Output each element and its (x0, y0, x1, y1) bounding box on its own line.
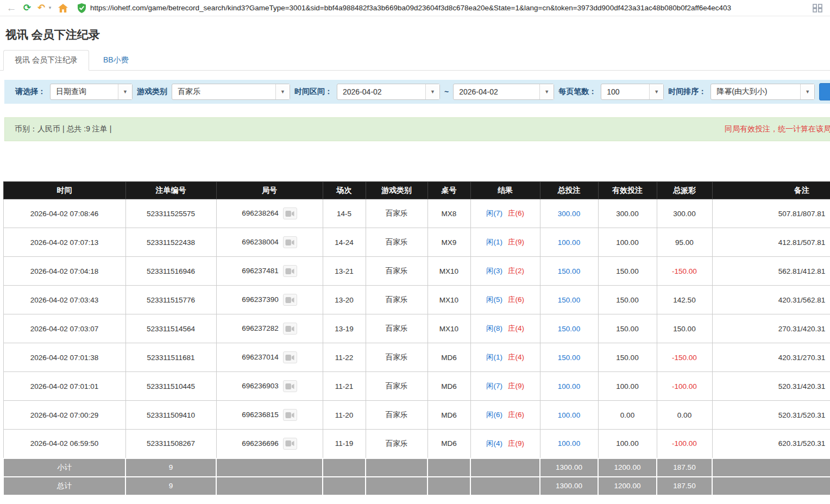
refresh-icon[interactable]: ⟳ (21, 3, 33, 12)
result-banker: 庄(6) (508, 411, 524, 419)
video-replay-icon[interactable] (283, 438, 297, 450)
video-replay-icon[interactable] (283, 207, 297, 219)
cell-payout: 95.00 (657, 228, 712, 257)
empty-cell (366, 477, 427, 495)
cell-total-bet: 300.00 (540, 199, 598, 228)
column-header: 注单编号 (125, 182, 216, 199)
result-player: 闲(1) (486, 353, 502, 361)
empty-cell (323, 458, 366, 477)
filter-bar: 请选择： 日期查询 ▼ 游戏类别 百家乐 ▼ 时间区间： 2026-04-02 … (4, 80, 830, 104)
video-replay-icon[interactable] (283, 294, 297, 306)
cell-result: 闲(6)庄(6) (470, 401, 540, 430)
tab-bb-tips[interactable]: BB小费 (89, 51, 143, 70)
empty-cell (366, 458, 427, 477)
cell-note: 620.31/520.31 (712, 430, 830, 458)
cell-result: 闲(7)庄(6) (470, 199, 540, 228)
search-button[interactable] (819, 83, 830, 100)
result-player: 闲(7) (486, 209, 502, 217)
back-icon[interactable]: ← (5, 3, 17, 13)
table-row: 2026-04-02 07:01:01523311510445696236903… (3, 372, 830, 401)
date-to-select[interactable]: 2026-04-02 ▼ (453, 84, 554, 100)
cell-payout: -100.00 (657, 430, 712, 458)
video-replay-icon[interactable] (283, 380, 297, 392)
cell-total-bet: 100.00 (540, 401, 598, 430)
game-type-select[interactable]: 百家乐 ▼ (172, 84, 290, 100)
empty-cell (323, 477, 366, 495)
round-number: 696237282 (242, 324, 279, 332)
result-player: 闲(4) (486, 439, 502, 448)
table-row: 2026-04-02 07:07:13523311522438696238004… (3, 228, 830, 257)
cell-game-type: 百家乐 (366, 372, 427, 401)
cell-game-type: 百家乐 (366, 286, 427, 314)
cell-round-id: 696238004 (216, 228, 323, 257)
cell-time: 2026-04-02 07:00:29 (3, 401, 125, 430)
table-row: 2026-04-02 06:59:50523311508267696236696… (3, 430, 830, 458)
round-number: 696237390 (242, 295, 279, 304)
cell-payout: -150.00 (657, 257, 712, 286)
cell-time: 2026-04-02 07:07:13 (3, 228, 125, 257)
cell-table-no: MD6 (427, 401, 470, 430)
total-row: 总计 9 1300.00 1200.00 187.50 (3, 477, 830, 495)
subtotal-total-bet: 1300.00 (540, 458, 598, 477)
cell-valid-bet: 150.00 (598, 343, 657, 372)
video-replay-icon[interactable] (283, 265, 297, 277)
cell-table-no: MX10 (427, 257, 470, 286)
cell-time: 2026-04-02 07:08:46 (3, 199, 125, 228)
cell-result: 闲(1)庄(9) (470, 228, 540, 257)
cell-game-type: 百家乐 (366, 343, 427, 372)
cell-payout: -150.00 (657, 343, 712, 372)
browser-window: ← ⟳ ↶ ▾ https://iohetf.com/game/betrecor… (0, 0, 830, 496)
cell-bet-id: 523311509410 (125, 401, 216, 430)
column-header: 游戏类别 (366, 182, 427, 199)
game-type-value: 百家乐 (172, 84, 275, 99)
video-replay-icon[interactable] (283, 323, 297, 335)
time-sort-select[interactable]: 降幂(由大到小) ▼ (710, 84, 815, 100)
date-to-value: 2026-04-02 (454, 84, 539, 99)
tab-bet-records[interactable]: 视讯 会员下注纪录 (3, 50, 89, 71)
round-number: 696238264 (242, 209, 279, 217)
query-type-label: 请选择： (15, 87, 46, 97)
table-row: 2026-04-02 07:04:18523311516946696237481… (3, 257, 830, 286)
column-header: 桌号 (427, 182, 470, 199)
empty-cell (470, 477, 540, 495)
subtotal-valid-bet: 1200.00 (598, 458, 657, 477)
undo-icon[interactable]: ↶ (37, 3, 46, 12)
per-page-label: 每页笔数： (558, 87, 596, 97)
cell-session: 11-21 (323, 372, 366, 401)
query-type-select[interactable]: 日期查询 ▼ (50, 84, 133, 100)
cell-table-no: MX10 (427, 286, 470, 314)
column-header: 时间 (3, 182, 125, 199)
cell-game-type: 百家乐 (366, 401, 427, 430)
cell-table-no: MD6 (427, 343, 470, 372)
cell-time: 2026-04-02 07:01:01 (3, 372, 125, 401)
cell-time: 2026-04-02 07:03:07 (3, 314, 125, 343)
cell-round-id: 696237390 (216, 286, 323, 314)
date-from-select[interactable]: 2026-04-02 ▼ (337, 84, 440, 100)
tab-bar: 视讯 会员下注纪录 BB小费 (0, 50, 830, 71)
total-total-bet: 1300.00 (540, 477, 598, 495)
cell-valid-bet: 100.00 (598, 372, 657, 401)
bet-records-table: 时间注单编号局号场次游戏类别桌号结果总投注有效投注总派彩备注 2026-04-0… (3, 181, 830, 496)
cell-note: 270.31/420.31 (712, 314, 830, 343)
time-sort-label: 时间排序： (668, 87, 706, 97)
round-number: 696236696 (242, 439, 279, 447)
chevron-down-icon: ▼ (425, 84, 439, 99)
cell-bet-id: 523311511681 (125, 343, 216, 372)
per-page-select[interactable]: 100 ▼ (601, 84, 664, 100)
apps-grid-icon[interactable] (810, 4, 825, 12)
column-header: 场次 (323, 182, 366, 199)
history-dropdown-icon[interactable]: ▾ (47, 5, 53, 10)
video-replay-icon[interactable] (283, 351, 297, 363)
empty-cell (470, 458, 540, 477)
subtotal-count: 9 (125, 458, 216, 477)
round-number: 696236903 (242, 382, 279, 390)
cell-session: 14-24 (323, 228, 366, 257)
column-header: 总派彩 (657, 182, 712, 199)
video-replay-icon[interactable] (283, 409, 297, 421)
cell-payout: 0.00 (657, 401, 712, 430)
video-replay-icon[interactable] (283, 236, 297, 248)
home-icon[interactable] (56, 4, 70, 12)
cell-valid-bet: 150.00 (598, 286, 657, 314)
address-bar[interactable]: https://iohetf.com/game/betrecord_search… (78, 3, 807, 13)
cell-note: 520.31/420.31 (712, 372, 830, 401)
